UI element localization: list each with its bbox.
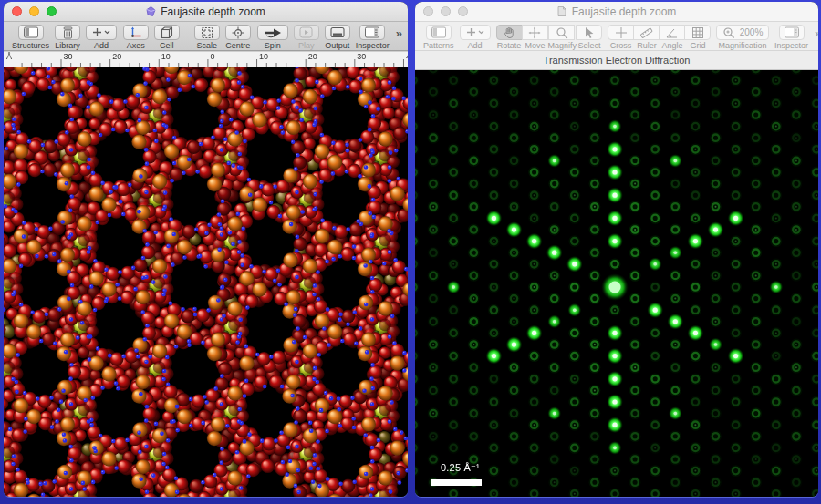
cell-icon [161, 26, 173, 39]
magnify-tool[interactable]: Magnify [548, 25, 577, 50]
scale-icon [201, 26, 213, 39]
chevron-down-icon [478, 30, 484, 35]
sidebar-left-icon [431, 26, 447, 38]
view-header: Transmission Electron Diffraction [415, 51, 818, 70]
spin-arrow-icon [264, 27, 282, 38]
inspector-button[interactable]: Inspector [356, 25, 390, 50]
diffraction-pattern-view[interactable] [415, 70, 818, 497]
document-icon [146, 6, 156, 16]
spin-button[interactable]: Spin [257, 25, 288, 50]
sidebar-right-icon [784, 26, 800, 38]
crystal-structure-view[interactable] [4, 67, 408, 497]
grid-icon [691, 26, 704, 39]
magnifier-icon [556, 26, 568, 39]
select-tool[interactable]: Select [577, 25, 602, 50]
plus-icon [92, 27, 102, 37]
horizontal-ruler [4, 51, 408, 67]
play-icon [299, 26, 313, 38]
close-button[interactable] [12, 6, 22, 16]
magnifier-plus-icon [722, 26, 735, 39]
window-title: Faujasite depth zoom [572, 5, 677, 18]
structure-window: Faujasite depth zoom Structures Library … [4, 2, 408, 497]
output-icon [330, 26, 345, 38]
patterns-button[interactable]: Patterns [423, 25, 454, 50]
rotate-tool[interactable]: Rotate [496, 25, 523, 50]
move-tool[interactable]: Move [523, 25, 548, 50]
ruler-icon [639, 26, 653, 39]
cross-icon [615, 26, 628, 39]
move-arrows-icon [528, 26, 541, 39]
diffraction-area: 0.25 Å⁻¹ [415, 70, 818, 497]
close-button[interactable] [423, 6, 433, 16]
hand-icon [503, 26, 515, 39]
zoom-button[interactable] [458, 6, 468, 16]
desktop: { "left_window": { "title": "Faujasite d… [0, 0, 821, 504]
protractor-icon [665, 26, 679, 39]
toolbar-overflow-chevron[interactable]: » [815, 26, 818, 40]
window-title: Faujasite depth zoom [161, 5, 265, 18]
traffic-lights-inactive [423, 2, 468, 21]
minimize-button[interactable] [441, 6, 451, 16]
traffic-lights [12, 2, 57, 21]
chevron-down-icon [104, 30, 110, 35]
cell-button[interactable]: Cell [154, 25, 180, 50]
left-titlebar[interactable]: Faujasite depth zoom [4, 2, 408, 22]
add-button[interactable]: Add [86, 25, 117, 50]
angle-tool[interactable]: Angle [660, 25, 685, 50]
ruler-tool[interactable]: Ruler [634, 25, 660, 50]
measure-segmented-control: Cross Ruler Angle Grid [608, 25, 711, 50]
library-button[interactable]: Library [55, 25, 80, 50]
axes-icon [130, 26, 142, 38]
axes-button[interactable]: Axes [123, 25, 149, 50]
add-button[interactable]: Add [460, 25, 491, 50]
cursor-icon [584, 26, 595, 39]
scale-bar [431, 479, 482, 486]
plus-icon [466, 27, 476, 37]
scale-button[interactable]: Scale [194, 25, 220, 50]
centre-button[interactable]: Centre [225, 25, 251, 50]
magnification-control[interactable]: 200% Magnification [716, 25, 769, 50]
library-icon [61, 26, 75, 39]
tool-segmented-control: Rotate Move Magnify Select [496, 25, 603, 50]
right-toolbar: Patterns Add Rotate Move Magnify Select [415, 22, 818, 51]
toolbar-overflow-chevron[interactable]: » [396, 26, 402, 40]
play-button[interactable]: Play [294, 25, 319, 50]
cross-tool[interactable]: Cross [608, 25, 634, 50]
zoom-button[interactable] [47, 6, 57, 16]
structures-button[interactable]: Structures [12, 25, 49, 50]
minimize-button[interactable] [29, 6, 39, 16]
sidebar-right-icon [364, 26, 380, 38]
centre-icon [232, 26, 244, 39]
scale-bar-label: 0.25 Å⁻¹ [441, 462, 480, 474]
sidebar-left-icon [23, 26, 39, 38]
left-toolbar: Structures Library Add Axes Cell Scale C… [4, 22, 408, 51]
diffraction-window: Faujasite depth zoom Patterns Add Rotate… [415, 2, 818, 497]
magnification-value: 200% [740, 27, 764, 37]
document-icon [557, 6, 567, 16]
right-titlebar[interactable]: Faujasite depth zoom [415, 2, 818, 22]
output-button[interactable]: Output [325, 25, 350, 50]
grid-tool[interactable]: Grid [685, 25, 711, 50]
inspector-button[interactable]: Inspector [774, 25, 808, 50]
